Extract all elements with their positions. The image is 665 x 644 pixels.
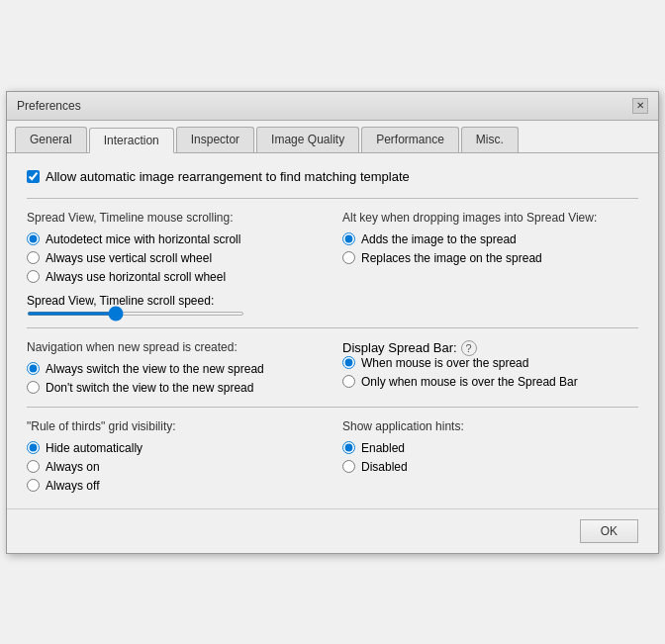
spread-view-options: Autodetect mice with horizontal scroll A… bbox=[27, 232, 323, 284]
altkey-radio-0[interactable] bbox=[342, 232, 355, 245]
navigation-title: Navigation when new spread is created: bbox=[27, 340, 323, 354]
navigation-col: Navigation when new spread is created: A… bbox=[27, 340, 323, 395]
rule-of-thirds-option-1[interactable]: Always on bbox=[27, 460, 323, 474]
navigation-option-0[interactable]: Always switch the view to the new spread bbox=[27, 362, 323, 376]
spread-view-col: Spread View, Timeline mouse scrolling: A… bbox=[27, 211, 323, 316]
display-spread-bar-title-row: Display Spread Bar: ? bbox=[342, 340, 638, 356]
rule-of-thirds-col: "Rule of thirds" grid visibility: Hide a… bbox=[27, 419, 323, 493]
tab-general[interactable]: General bbox=[15, 127, 87, 152]
section-nav-spreadbar: Navigation when new spread is created: A… bbox=[27, 340, 638, 395]
tab-interaction[interactable]: Interaction bbox=[89, 128, 174, 153]
display-spread-bar-col: Display Spread Bar: ? When mouse is over… bbox=[342, 340, 638, 395]
rule-of-thirds-option-2[interactable]: Always off bbox=[27, 479, 323, 493]
show-hints-title: Show application hints: bbox=[342, 419, 638, 433]
alt-key-option-0[interactable]: Adds the image to the spread bbox=[342, 232, 638, 246]
alt-key-option-1[interactable]: Replaces the image on the spread bbox=[342, 251, 638, 265]
scroll-radio-1[interactable] bbox=[27, 251, 40, 264]
hints-radio-0[interactable] bbox=[342, 441, 355, 454]
show-hints-options: Enabled Disabled bbox=[342, 441, 638, 474]
spreadbar-radio-0[interactable] bbox=[342, 356, 355, 369]
tab-bar: General Interaction Inspector Image Qual… bbox=[7, 121, 658, 153]
altkey-radio-1[interactable] bbox=[342, 251, 355, 264]
auto-rearrange-row: Allow automatic image rearrangement to f… bbox=[27, 169, 638, 184]
navigation-radio-1[interactable] bbox=[27, 381, 40, 394]
footer: OK bbox=[7, 508, 658, 553]
alt-key-col: Alt key when dropping images into Spread… bbox=[342, 211, 638, 316]
navigation-options: Always switch the view to the new spread… bbox=[27, 362, 323, 395]
show-hints-col: Show application hints: Enabled Disabled bbox=[342, 419, 638, 493]
separator-1 bbox=[27, 198, 638, 199]
spread-view-option-2[interactable]: Always use horizontal scroll wheel bbox=[27, 270, 323, 284]
rule-of-thirds-title: "Rule of thirds" grid visibility: bbox=[27, 419, 323, 433]
section-thirds-hints: "Rule of thirds" grid visibility: Hide a… bbox=[27, 419, 638, 493]
alt-key-title: Alt key when dropping images into Spread… bbox=[342, 211, 638, 225]
auto-rearrange-label: Allow automatic image rearrangement to f… bbox=[46, 169, 410, 184]
navigation-radio-0[interactable] bbox=[27, 362, 40, 375]
rule-of-thirds-options: Hide automatically Always on Always off bbox=[27, 441, 323, 493]
separator-3 bbox=[27, 407, 638, 408]
hints-radio-1[interactable] bbox=[342, 460, 355, 473]
close-button[interactable]: ✕ bbox=[632, 98, 648, 114]
content-area: Allow automatic image rearrangement to f… bbox=[7, 153, 658, 508]
slider-container bbox=[27, 312, 323, 316]
show-hints-option-1[interactable]: Disabled bbox=[342, 460, 638, 474]
spread-view-option-1[interactable]: Always use vertical scroll wheel bbox=[27, 251, 323, 265]
tab-image-quality[interactable]: Image Quality bbox=[256, 127, 359, 152]
display-spread-bar-option-0[interactable]: When mouse is over the spread bbox=[342, 356, 638, 370]
title-bar: Preferences ✕ bbox=[7, 92, 658, 121]
tab-performance[interactable]: Performance bbox=[361, 127, 459, 152]
scroll-speed-slider[interactable] bbox=[27, 312, 244, 316]
display-spread-bar-title: Display Spread Bar: bbox=[342, 340, 457, 355]
display-spread-bar-option-1[interactable]: Only when mouse is over the Spread Bar bbox=[342, 375, 638, 389]
separator-2 bbox=[27, 327, 638, 328]
thirds-radio-0[interactable] bbox=[27, 441, 40, 454]
tab-misc[interactable]: Misc. bbox=[461, 127, 519, 152]
thirds-radio-2[interactable] bbox=[27, 479, 40, 492]
spreadbar-radio-1[interactable] bbox=[342, 375, 355, 388]
preferences-window: Preferences ✕ General Interaction Inspec… bbox=[6, 91, 659, 554]
alt-key-options: Adds the image to the spread Replaces th… bbox=[342, 232, 638, 265]
help-icon[interactable]: ? bbox=[461, 340, 477, 356]
rule-of-thirds-option-0[interactable]: Hide automatically bbox=[27, 441, 323, 455]
ok-button[interactable]: OK bbox=[580, 519, 638, 543]
tab-inspector[interactable]: Inspector bbox=[176, 127, 254, 152]
scroll-radio-0[interactable] bbox=[27, 232, 40, 245]
navigation-option-1[interactable]: Don't switch the view to the new spread bbox=[27, 381, 323, 395]
window-title: Preferences bbox=[17, 99, 81, 113]
show-hints-option-0[interactable]: Enabled bbox=[342, 441, 638, 455]
display-spread-bar-options: When mouse is over the spread Only when … bbox=[342, 356, 638, 389]
spread-view-title: Spread View, Timeline mouse scrolling: bbox=[27, 211, 323, 225]
section-scroll-altkey: Spread View, Timeline mouse scrolling: A… bbox=[27, 211, 638, 316]
thirds-radio-1[interactable] bbox=[27, 460, 40, 473]
auto-rearrange-checkbox[interactable] bbox=[27, 170, 40, 183]
scroll-radio-2[interactable] bbox=[27, 270, 40, 283]
slider-section: Spread View, Timeline scroll speed: bbox=[27, 294, 323, 316]
spread-view-option-0[interactable]: Autodetect mice with horizontal scroll bbox=[27, 232, 323, 246]
